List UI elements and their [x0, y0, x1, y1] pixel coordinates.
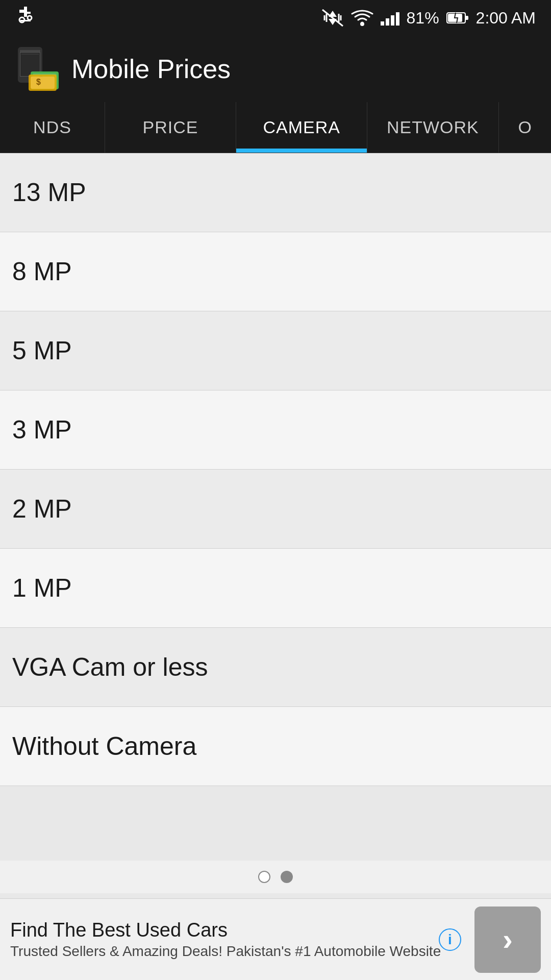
svg-rect-1 — [19, 10, 24, 13]
app-header: $ $ Mobile Prices — [0, 36, 551, 102]
list-item-13mp[interactable]: 13 MP — [0, 153, 551, 232]
list-item-13mp-label: 13 MP — [12, 178, 86, 207]
list-item-1mp[interactable]: 1 MP — [0, 549, 551, 628]
pagination-dot-2[interactable] — [281, 871, 293, 883]
ad-subtitle: Trusted Sellers & Amazing Deals! Pakista… — [10, 943, 474, 960]
tab-other[interactable]: O — [499, 102, 551, 153]
svg-point-4 — [28, 16, 32, 20]
svg-rect-16 — [465, 16, 468, 20]
app-title: Mobile Prices — [71, 54, 231, 84]
status-right: 81% 2:00 AM — [321, 9, 536, 28]
list-item-8mp[interactable]: 8 MP — [0, 232, 551, 311]
tab-network[interactable]: NETWORK — [367, 102, 498, 153]
list-item-2mp[interactable]: 2 MP — [0, 470, 551, 549]
tab-price-label: PRICE — [143, 117, 198, 137]
pagination — [0, 861, 551, 893]
svg-rect-19 — [20, 50, 40, 52]
tab-brands[interactable]: NDS — [0, 102, 105, 153]
wifi-icon — [351, 9, 373, 27]
list-item-5mp[interactable]: 5 MP — [0, 311, 551, 390]
list-item-vga[interactable]: VGA Cam or less — [0, 628, 551, 707]
status-bar: 81% 2:00 AM — [0, 0, 551, 36]
list-item-3mp[interactable]: 3 MP — [0, 390, 551, 470]
ad-banner: Find The Best Used Cars Trusted Sellers … — [0, 898, 551, 980]
svg-rect-2 — [27, 12, 31, 14]
ad-title: Find The Best Used Cars — [10, 919, 474, 941]
svg-rect-21 — [21, 54, 39, 55]
svg-rect-5 — [20, 20, 31, 21]
list-item-5mp-label: 5 MP — [12, 336, 72, 365]
tab-other-label: O — [518, 117, 532, 137]
svg-rect-26 — [31, 77, 55, 89]
tab-camera-label: CAMERA — [263, 117, 340, 137]
tab-active-indicator — [236, 149, 367, 153]
tab-bar: NDS PRICE CAMERA NETWORK O — [0, 102, 551, 153]
list-item-2mp-label: 2 MP — [12, 494, 72, 524]
signal-bars — [381, 10, 399, 26]
tab-brands-label: NDS — [33, 117, 71, 137]
list-item-1mp-label: 1 MP — [12, 573, 72, 603]
time-display: 2:00 AM — [476, 9, 536, 28]
camera-options-list: 13 MP 8 MP 5 MP 3 MP 2 MP 1 MP VGA Cam o… — [0, 153, 551, 786]
svg-point-13 — [360, 22, 364, 26]
battery-percentage: 81% — [407, 9, 439, 28]
tab-price[interactable]: PRICE — [105, 102, 236, 153]
vibrate-icon — [321, 9, 344, 27]
ad-arrow-icon: › — [503, 922, 513, 957]
tab-camera[interactable]: CAMERA — [236, 102, 367, 153]
app-icon: $ $ — [15, 46, 61, 92]
list-item-vga-label: VGA Cam or less — [12, 652, 208, 682]
list-item-3mp-label: 3 MP — [12, 415, 72, 445]
list-item-nocam-label: Without Camera — [12, 731, 196, 761]
ad-info-icon[interactable]: i — [439, 928, 461, 951]
status-left — [15, 6, 36, 31]
pagination-dot-1[interactable] — [258, 871, 270, 883]
ad-arrow-button[interactable]: › — [474, 906, 541, 973]
usb-icon — [15, 6, 36, 31]
tab-network-label: NETWORK — [387, 117, 479, 137]
ad-content: Find The Best Used Cars Trusted Sellers … — [10, 919, 474, 960]
list-item-8mp-label: 8 MP — [12, 257, 72, 286]
battery-icon — [446, 11, 469, 25]
svg-text:$: $ — [36, 78, 41, 86]
list-item-nocam[interactable]: Without Camera — [0, 707, 551, 786]
